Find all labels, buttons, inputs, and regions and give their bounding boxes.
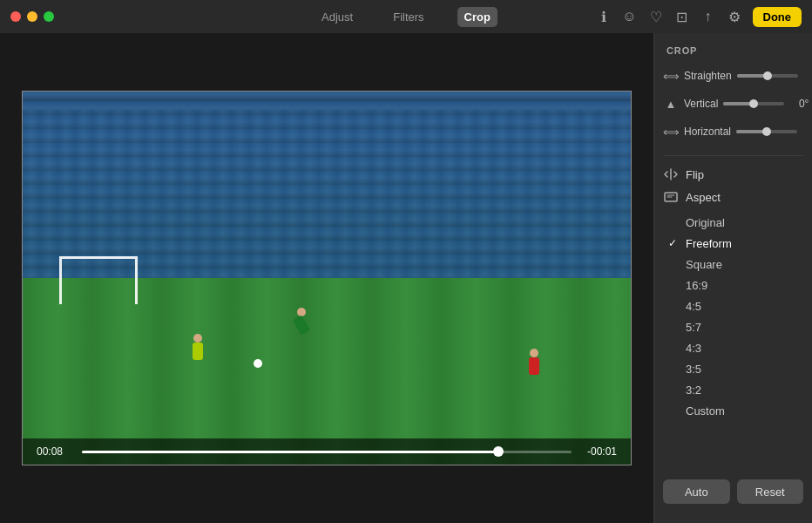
option-label-original: Original — [686, 216, 725, 229]
horizontal-row: ⟺ Horizontal 0° — [663, 120, 803, 143]
horizontal-thumb[interactable] — [762, 127, 771, 136]
vertical-icon: ▲ — [663, 96, 679, 112]
emoji-icon[interactable]: ☺ — [622, 9, 638, 24]
horizontal-icon: ⟺ — [663, 124, 679, 139]
share-icon[interactable]: ↑ — [700, 9, 716, 24]
flip-row[interactable]: Flip — [654, 163, 812, 186]
option-label-16-9: 16:9 — [686, 279, 707, 292]
heart-icon[interactable]: ♡ — [648, 9, 664, 24]
vertical-row: ▲ Vertical 0° — [663, 92, 803, 115]
option-label-4-5: 4:5 — [686, 300, 701, 313]
info-icon[interactable]: ℹ — [596, 9, 612, 24]
aspect-option-3-5[interactable]: 3:5 — [654, 358, 812, 379]
progress-bar[interactable] — [82, 451, 572, 453]
option-label-5-7: 5:7 — [686, 321, 701, 334]
option-label-square: Square — [686, 258, 722, 271]
check-freeform: ✓ — [668, 237, 682, 249]
option-label-4-3: 4:3 — [686, 342, 701, 355]
vertical-value: 0° — [789, 98, 809, 110]
straighten-icon: ⟺ — [663, 68, 679, 84]
video-area: 00:08 -00:01 — [0, 33, 653, 523]
vertical-track[interactable] — [723, 102, 784, 105]
video-background — [23, 92, 631, 465]
aspect-options-list: Original ✓ Freeform Square 16:9 4:5 5:7 — [654, 212, 812, 421]
aspect-option-square[interactable]: Square — [654, 254, 812, 275]
player-1 — [193, 334, 203, 360]
titlebar: Adjust Filters Crop ℹ ☺ ♡ ⊡ ↑ ⚙ Done — [0, 0, 812, 33]
aspect-option-5-7[interactable]: 5:7 — [654, 316, 812, 337]
divider-1 — [663, 155, 803, 156]
aspect-option-4-3[interactable]: 4:3 — [654, 337, 812, 358]
video-controls: 00:08 -00:01 — [23, 438, 631, 465]
crop-icon[interactable]: ⊡ — [674, 9, 690, 24]
tab-filters[interactable]: Filters — [386, 7, 430, 27]
sliders-section: ⟺ Straighten 0° ▲ Vertical 0° — [654, 65, 812, 148]
option-label-custom: Custom — [686, 404, 725, 418]
progress-fill — [82, 451, 498, 453]
close-button[interactable] — [10, 11, 21, 22]
aspect-option-4-5[interactable]: 4:5 — [654, 295, 812, 316]
horizontal-value: 0° — [802, 126, 812, 138]
titlebar-right: ℹ ☺ ♡ ⊡ ↑ ⚙ Done — [596, 7, 802, 27]
right-panel: CROP ⟺ Straighten 0° ▲ Vertical — [653, 33, 812, 523]
aspect-row[interactable]: Aspect — [654, 186, 812, 212]
aspect-option-original[interactable]: Original — [654, 212, 812, 233]
progress-thumb[interactable] — [493, 446, 504, 457]
time-end: -00:01 — [580, 445, 617, 458]
player-head — [530, 349, 538, 357]
aspect-option-custom[interactable]: Custom — [654, 400, 812, 421]
time-start: 00:08 — [37, 445, 73, 458]
video-container: 00:08 -00:01 — [22, 91, 632, 465]
video-frame: 00:08 -00:01 — [22, 91, 632, 465]
aspect-option-freeform[interactable]: ✓ Freeform — [654, 233, 812, 254]
aspect-option-3-2[interactable]: 3:2 — [654, 379, 812, 400]
goal-post — [59, 256, 138, 304]
reset-button[interactable]: Reset — [737, 479, 804, 504]
flip-icon — [663, 166, 679, 182]
window-controls — [10, 11, 54, 22]
option-label-3-2: 3:2 — [686, 384, 701, 397]
player-3 — [529, 349, 539, 375]
player-body — [193, 343, 203, 360]
horizontal-track[interactable] — [736, 130, 797, 133]
tab-bar: Adjust Filters Crop — [315, 7, 497, 27]
aspect-option-16-9[interactable]: 16:9 — [654, 275, 812, 295]
straighten-track[interactable] — [737, 74, 798, 78]
vertical-thumb[interactable] — [749, 99, 758, 108]
player-head — [193, 334, 202, 343]
auto-button[interactable]: Auto — [663, 479, 730, 504]
maximize-button[interactable] — [44, 11, 54, 22]
minimize-button[interactable] — [27, 11, 37, 22]
ball — [254, 359, 262, 368]
straighten-label: Straighten — [684, 70, 732, 82]
horizontal-label: Horizontal — [684, 126, 731, 138]
main-area: 00:08 -00:01 CROP ⟺ Straighten — [0, 33, 812, 523]
done-button[interactable]: Done — [753, 7, 802, 27]
bottom-buttons: Auto Reset — [654, 469, 812, 511]
panel-title: CROP — [654, 45, 812, 65]
aspect-icon — [663, 189, 679, 205]
tab-adjust[interactable]: Adjust — [315, 7, 360, 27]
vertical-label: Vertical — [684, 98, 718, 110]
player-body — [529, 357, 539, 375]
straighten-thumb[interactable] — [763, 71, 772, 80]
tab-crop[interactable]: Crop — [457, 7, 497, 27]
gear-icon[interactable]: ⚙ — [727, 9, 742, 24]
straighten-value: 0° — [803, 70, 812, 82]
option-label-3-5: 3:5 — [686, 363, 701, 376]
option-label-freeform: Freeform — [686, 237, 732, 250]
straighten-row: ⟺ Straighten 0° — [663, 65, 803, 87]
aspect-label: Aspect — [686, 191, 721, 204]
flip-label: Flip — [686, 168, 704, 181]
player-2 — [296, 308, 307, 334]
